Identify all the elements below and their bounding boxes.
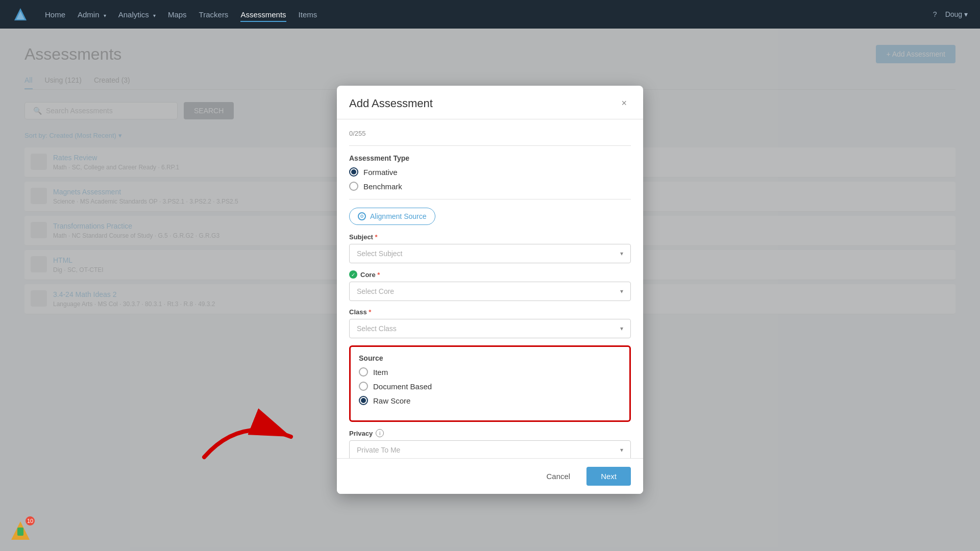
core-select[interactable]: Select Core ▾ xyxy=(349,282,631,301)
user-menu[interactable]: Doug ▾ xyxy=(945,10,968,18)
radio-document-label: Document Based xyxy=(373,382,432,391)
radio-item-circle xyxy=(359,367,368,377)
subject-placeholder: Select Subject xyxy=(357,249,403,258)
char-count: 0/255 xyxy=(349,130,631,137)
topbar-right: ? Doug ▾ xyxy=(933,10,968,18)
add-assessment-modal: Add Assessment × 0/255 Assessment Type F… xyxy=(337,86,643,494)
class-required: * xyxy=(367,308,372,316)
nav-admin[interactable]: Admin ▾ xyxy=(78,8,106,21)
privacy-info-icon[interactable]: i xyxy=(376,429,384,437)
nav-trackers[interactable]: Trackers xyxy=(199,8,229,21)
radio-item-label: Item xyxy=(373,368,388,377)
logo[interactable] xyxy=(12,6,29,22)
topbar: Home Admin ▾ Analytics ▾ Maps Trackers A… xyxy=(0,0,980,29)
badge-icon: 10 xyxy=(8,518,33,543)
radio-formative[interactable]: Formative xyxy=(349,167,631,177)
core-placeholder: Select Core xyxy=(357,287,394,295)
privacy-select[interactable]: Private To Me ▾ xyxy=(349,440,631,458)
core-label-row: ✓ Core * xyxy=(349,270,631,279)
privacy-dropdown-arrow: ▾ xyxy=(620,446,623,454)
core-icon: ✓ xyxy=(349,270,357,279)
nav-analytics[interactable]: Analytics ▾ xyxy=(118,8,156,21)
privacy-field-label: Privacy xyxy=(349,430,373,437)
core-required: * xyxy=(376,271,380,279)
subject-dropdown-arrow: ▾ xyxy=(620,250,623,257)
modal-header: Add Assessment × xyxy=(337,86,643,119)
core-field-label: Core * xyxy=(360,271,380,279)
assessment-type-label: Assessment Type xyxy=(349,154,631,162)
privacy-section: Privacy i Private To Me ▾ xyxy=(349,429,631,458)
name-divider xyxy=(349,145,631,146)
alignment-source-icon: ⚙ xyxy=(358,212,366,220)
radio-formative-label: Formative xyxy=(363,168,398,177)
class-dropdown-arrow: ▾ xyxy=(620,325,623,332)
main-nav: Home Admin ▾ Analytics ▾ Maps Trackers A… xyxy=(45,8,317,21)
main-content: Assessments + Add Assessment All Using (… xyxy=(0,29,980,551)
subject-select[interactable]: Select Subject ▾ xyxy=(349,244,631,263)
bottom-badge[interactable]: 10 xyxy=(8,518,33,543)
nav-assessments[interactable]: Assessments xyxy=(240,8,286,21)
radio-item[interactable]: Item xyxy=(359,367,621,377)
next-button[interactable]: Next xyxy=(586,467,631,486)
privacy-placeholder: Private To Me xyxy=(357,446,400,454)
help-icon[interactable]: ? xyxy=(933,10,937,18)
modal-close-button[interactable]: × xyxy=(617,96,631,111)
radio-document-circle xyxy=(359,382,368,391)
nav-maps[interactable]: Maps xyxy=(168,8,187,21)
radio-document-based[interactable]: Document Based xyxy=(359,382,621,391)
radio-benchmark-label: Benchmark xyxy=(363,182,402,191)
radio-raw-circle xyxy=(359,396,368,405)
alignment-source-label: Alignment Source xyxy=(370,212,427,220)
source-section: Source Item Document Based Raw Score xyxy=(349,345,631,422)
radio-raw-label: Raw Score xyxy=(373,396,410,405)
class-placeholder: Select Class xyxy=(357,324,397,333)
class-select[interactable]: Select Class ▾ xyxy=(349,319,631,338)
source-radio-group: Item Document Based Raw Score xyxy=(359,367,621,405)
assessment-type-radio-group: Formative Benchmark xyxy=(349,167,631,191)
admin-arrow: ▾ xyxy=(104,13,106,18)
radio-benchmark[interactable]: Benchmark xyxy=(349,182,631,191)
radio-benchmark-circle xyxy=(349,182,358,191)
radio-formative-circle xyxy=(349,167,358,177)
svg-rect-4 xyxy=(17,528,23,536)
privacy-label-row: Privacy i xyxy=(349,429,631,437)
subject-required: * xyxy=(373,233,378,241)
cancel-button[interactable]: Cancel xyxy=(536,467,580,486)
modal-body: 0/255 Assessment Type Formative Benchmar… xyxy=(337,119,643,458)
nav-items[interactable]: Items xyxy=(299,8,317,21)
modal-footer: Cancel Next xyxy=(337,458,643,494)
subject-field-label: Subject * xyxy=(349,233,631,241)
alignment-source-button[interactable]: ⚙ Alignment Source xyxy=(349,208,435,225)
source-section-label: Source xyxy=(359,354,621,362)
nav-home[interactable]: Home xyxy=(45,8,65,21)
modal-title: Add Assessment xyxy=(349,97,433,110)
type-divider xyxy=(349,199,631,199)
analytics-arrow: ▾ xyxy=(153,13,156,18)
core-dropdown-arrow: ▾ xyxy=(620,288,623,295)
radio-raw-score[interactable]: Raw Score xyxy=(359,396,621,405)
class-field-label: Class * xyxy=(349,308,631,316)
badge-count: 10 xyxy=(26,516,35,525)
